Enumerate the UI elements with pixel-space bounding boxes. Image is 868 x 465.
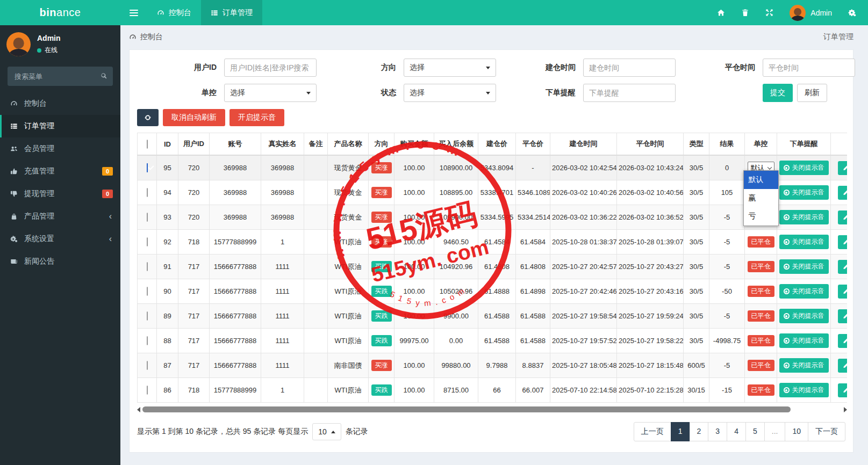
column-header[interactable]: 备注	[304, 133, 328, 156]
row-checkbox[interactable]	[147, 386, 148, 395]
close-sound-button[interactable]: 关闭提示音	[779, 309, 829, 323]
refresh-button[interactable]	[137, 109, 159, 126]
column-header[interactable]: 买入后余额	[434, 133, 478, 156]
column-header[interactable]: 类型	[684, 133, 709, 156]
cancel-auto-refresh-button[interactable]: 取消自动刷新	[163, 109, 225, 126]
row-checkbox[interactable]	[147, 237, 148, 246]
column-header[interactable]: 购买金额	[394, 133, 434, 156]
edit-button[interactable]	[838, 260, 848, 274]
row-checkbox[interactable]	[147, 311, 148, 321]
edit-button[interactable]	[838, 235, 848, 249]
close-sound-button[interactable]: 关闭提示音	[779, 185, 829, 200]
control-option-默认[interactable]: 默认	[744, 171, 778, 189]
filter-select-方向[interactable]: 选择	[404, 59, 496, 77]
home-icon[interactable]	[717, 9, 725, 17]
column-header[interactable]: 结果	[709, 133, 745, 156]
filter-input-建仓时间[interactable]	[583, 59, 676, 77]
filter-input-平仓时间[interactable]	[763, 59, 855, 77]
filter-input-用户ID[interactable]	[224, 59, 317, 77]
sidebar-item-控制台[interactable]: 控制台	[0, 92, 120, 115]
column-header[interactable]: 建仓时间	[550, 133, 617, 156]
cell-buy-amount: 100.00	[394, 279, 434, 304]
sidebar-toggle-button[interactable]	[120, 0, 147, 25]
row-checkbox[interactable]	[147, 213, 148, 222]
trash-icon[interactable]	[741, 9, 749, 17]
edit-button[interactable]	[838, 383, 848, 397]
fullscreen-icon[interactable]	[765, 9, 773, 17]
app-logo[interactable]: binance	[0, 0, 120, 25]
cell-type: 30/5	[684, 230, 709, 255]
edit-button[interactable]	[838, 309, 848, 323]
settings-gears-icon[interactable]	[848, 9, 856, 17]
close-sound-button[interactable]: 关闭提示音	[779, 161, 829, 175]
user-menu[interactable]: Admin	[790, 5, 832, 21]
column-header[interactable]: 真实姓名	[261, 133, 304, 156]
close-sound-button[interactable]: 关闭提示音	[779, 259, 829, 274]
page-button-4[interactable]: 4	[727, 422, 746, 441]
control-option-亏[interactable]: 亏	[744, 207, 778, 226]
page-button-3[interactable]: 3	[708, 422, 727, 441]
filter-select-单控[interactable]: 选择	[224, 84, 317, 102]
close-sound-button[interactable]: 关闭提示音	[779, 383, 829, 397]
sidebar-item-新闻公告[interactable]: 新闻公告	[0, 250, 120, 273]
filter-input-下单提醒[interactable]	[583, 84, 676, 102]
row-checkbox[interactable]	[147, 287, 148, 296]
row-checkbox[interactable]	[147, 163, 148, 172]
edit-button[interactable]	[838, 334, 848, 348]
sidebar-item-订单管理[interactable]: 订单管理	[0, 115, 120, 137]
sidebar-item-会员管理[interactable]: 会员管理	[0, 137, 120, 160]
refresh-filter-button[interactable]: 刷新	[797, 84, 827, 102]
control-option-赢[interactable]: 赢	[744, 189, 778, 207]
enable-sound-button[interactable]: 开启提示音	[229, 109, 284, 126]
sidebar-item-充值管理[interactable]: 充值管理0	[0, 160, 120, 183]
page-button-下一页[interactable]: 下一页	[808, 422, 845, 441]
close-sound-button[interactable]: 关闭提示音	[779, 358, 829, 373]
submit-button[interactable]: 提交	[763, 84, 793, 102]
page-button-2[interactable]: 2	[690, 422, 709, 441]
edit-button[interactable]	[838, 161, 848, 175]
edit-button[interactable]	[838, 359, 848, 373]
edit-button[interactable]	[838, 210, 848, 224]
close-sound-button[interactable]: 关闭提示音	[779, 284, 829, 299]
scrollbar-track[interactable]	[142, 406, 840, 412]
column-header[interactable]: 下单提醒	[777, 133, 831, 156]
page-size-select[interactable]: 10	[312, 423, 341, 440]
page-button-上一页[interactable]: 上一页	[634, 422, 671, 441]
filter-select-状态[interactable]: 选择	[404, 84, 496, 102]
column-header[interactable]: 平仓价	[516, 133, 550, 156]
close-sound-button[interactable]: 关闭提示音	[779, 235, 829, 249]
top-nav-item-控制台[interactable]: 控制台	[147, 0, 201, 25]
breadcrumb-current[interactable]: 控制台	[140, 32, 163, 42]
row-checkbox[interactable]	[147, 336, 148, 345]
top-nav-item-订单管理[interactable]: 订单管理	[201, 0, 262, 25]
column-header[interactable]: ID	[157, 133, 178, 156]
column-header[interactable]: 产品名称	[328, 133, 369, 156]
column-header[interactable]: 平仓时间	[617, 133, 684, 156]
scroll-left-arrow-icon[interactable]	[137, 407, 140, 412]
select-all-checkbox[interactable]	[147, 140, 148, 149]
page-button-1[interactable]: 1	[671, 422, 690, 441]
page-button-...[interactable]: ...	[764, 422, 786, 441]
edit-button[interactable]	[838, 186, 848, 200]
close-sound-button[interactable]: 关闭提示音	[779, 210, 829, 224]
scroll-right-arrow-icon[interactable]	[844, 407, 847, 412]
close-sound-button[interactable]: 关闭提示音	[779, 333, 829, 348]
row-checkbox[interactable]	[147, 361, 148, 370]
column-header[interactable]: 用户ID	[178, 133, 210, 156]
sidebar-item-系统设置[interactable]: 系统设置‹	[0, 228, 120, 250]
sidebar-item-提现管理[interactable]: 提现管理0	[0, 183, 120, 205]
column-header[interactable]: 方向	[369, 133, 394, 156]
column-header[interactable]: 账号	[210, 133, 261, 156]
row-checkbox[interactable]	[147, 188, 148, 197]
page-button-10[interactable]: 10	[785, 422, 808, 441]
horizontal-scrollbar[interactable]	[137, 405, 847, 413]
column-header[interactable]: 单控	[745, 133, 777, 156]
column-header[interactable]: 建仓价	[478, 133, 516, 156]
row-checkbox[interactable]	[147, 262, 148, 271]
edit-button[interactable]	[838, 285, 848, 299]
sidebar-item-产品管理[interactable]: 产品管理‹	[0, 205, 120, 228]
search-icon[interactable]	[100, 72, 107, 79]
scrollbar-thumb[interactable]	[142, 406, 791, 412]
sidebar-search-input[interactable]	[8, 67, 113, 86]
page-button-5[interactable]: 5	[745, 422, 765, 441]
